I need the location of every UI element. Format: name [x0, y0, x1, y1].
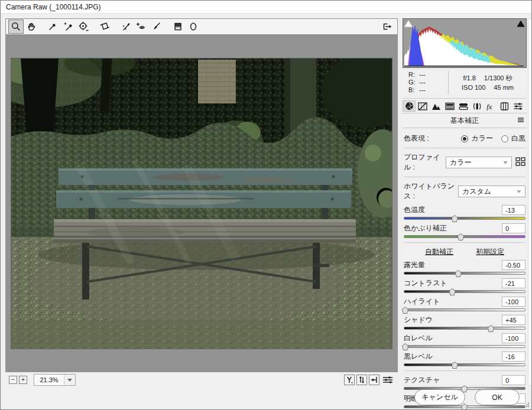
zoom-tool-icon — [11, 21, 21, 32]
zoom-level-value: 21.3% — [34, 375, 64, 385]
color-sampler-tool-icon — [63, 21, 74, 32]
profile-browser-button[interactable] — [515, 157, 525, 168]
copy-settings-button[interactable] — [369, 375, 379, 385]
hsl-tab-icon — [445, 102, 455, 110]
tab-tone-curve[interactable] — [416, 100, 429, 112]
slider-thumb[interactable] — [449, 288, 456, 295]
hand-tool-button[interactable] — [24, 19, 39, 34]
tab-split-toning[interactable] — [457, 100, 470, 112]
title-bar[interactable]: Camera Raw (_1000114.JPG) — [1, 1, 531, 14]
tab-effects[interactable]: fx — [484, 100, 497, 112]
open-preferences-icon — [381, 21, 393, 32]
slider-exposure: 露光量 -0.50 — [404, 260, 525, 275]
rgb-readout: R:--- G:--- B:--- — [403, 71, 449, 94]
exposure-value-field[interactable]: -0.50 — [502, 260, 525, 270]
targeted-adjustment-tool-button[interactable] — [76, 19, 91, 34]
highlights-value-field[interactable]: -100 — [502, 297, 525, 307]
radial-filter-tool-icon — [188, 21, 199, 32]
before-after-view-button[interactable] — [344, 375, 355, 385]
white-balance-label: ホワイトバランス : — [404, 181, 458, 201]
white-balance-select[interactable]: カスタム — [458, 186, 525, 197]
resize-grip[interactable] — [524, 402, 530, 408]
transform-tool-button[interactable] — [97, 19, 112, 34]
tint-slider-track[interactable] — [404, 235, 525, 238]
temperature-value-field[interactable]: -13 — [502, 205, 525, 215]
panel-menu-button[interactable] — [517, 116, 524, 125]
color-sampler-tool-button[interactable] — [60, 19, 76, 34]
swap-before-after-icon — [358, 376, 366, 384]
white-balance-tool-button[interactable] — [45, 19, 60, 34]
window-title: Camera Raw (_1000114.JPG) — [6, 3, 101, 11]
zoom-out-button[interactable]: − — [9, 376, 17, 384]
exposure-slider-track[interactable] — [404, 272, 525, 275]
profile-browser-grid-icon — [515, 157, 525, 166]
cancel-button[interactable]: キャンセル — [414, 389, 465, 405]
profile-label: プロファイル : — [404, 152, 446, 173]
slider-thumb[interactable] — [488, 325, 494, 332]
blacks-slider-track[interactable] — [404, 363, 525, 366]
tab-basic[interactable] — [403, 100, 416, 112]
shadows-slider-track[interactable] — [404, 327, 525, 330]
photo-preview[interactable] — [11, 58, 392, 349]
histogram[interactable] — [403, 18, 527, 68]
slider-thumb[interactable] — [458, 233, 464, 240]
tab-presets[interactable] — [511, 100, 524, 112]
tab-hsl[interactable] — [443, 100, 456, 112]
effects-tab-icon: fx — [486, 102, 496, 110]
whites-slider-track[interactable] — [404, 345, 525, 348]
graduated-filter-tool-button[interactable] — [170, 19, 186, 34]
hand-tool-icon — [26, 21, 37, 32]
profile-value: カラー — [450, 158, 472, 168]
texture-value-field[interactable]: 0 — [502, 375, 525, 385]
profile-select[interactable]: カラー — [446, 157, 512, 168]
whites-value-field[interactable]: -100 — [502, 333, 525, 343]
contrast-value-field[interactable]: -21 — [502, 278, 525, 288]
red-eye-tool-button[interactable] — [134, 19, 149, 34]
contrast-slider-track[interactable] — [404, 290, 525, 293]
slider-whites: 白レベル -100 — [404, 333, 525, 348]
radial-filter-tool-button[interactable] — [186, 19, 201, 34]
blacks-label: 黒レベル — [404, 352, 433, 362]
shadow-clipping-toggle[interactable] — [404, 19, 413, 28]
zoom-tool-button[interactable] — [8, 19, 24, 34]
zoom-in-button[interactable]: + — [19, 376, 27, 384]
blacks-value-field[interactable]: -16 — [502, 352, 525, 362]
aperture-value: f/1.8 — [463, 73, 475, 83]
graduated-filter-tool-icon — [173, 21, 183, 32]
treatment-color-radio[interactable]: カラー — [461, 134, 493, 144]
tab-detail[interactable] — [430, 100, 443, 112]
swap-before-after-button[interactable] — [356, 375, 367, 385]
adjustment-brush-tool-button[interactable] — [149, 19, 164, 34]
ok-button[interactable]: OK — [475, 389, 520, 405]
treatment-label: 色表現 : — [404, 134, 429, 144]
rgb-b-value: --- — [419, 86, 426, 94]
rgb-g-value: --- — [419, 79, 426, 86]
transform-tool-icon — [99, 21, 110, 32]
default-settings-link[interactable]: 初期設定 — [476, 247, 504, 257]
tint-value-field[interactable]: 0 — [502, 223, 525, 233]
open-preferences-button[interactable] — [379, 19, 395, 34]
image-canvas[interactable] — [5, 35, 398, 372]
zoom-level-select[interactable]: 21.3% — [34, 374, 76, 386]
tab-lens-corrections[interactable] — [471, 100, 484, 112]
temperature-slider-track[interactable] — [404, 217, 525, 220]
preview-preferences-button[interactable] — [381, 375, 394, 385]
panel-scrollbar[interactable] — [528, 18, 532, 386]
highlight-clipping-toggle[interactable] — [516, 19, 525, 28]
slider-thumb[interactable] — [452, 215, 458, 222]
adjustment-brush-tool-icon — [151, 21, 162, 32]
tab-calibration[interactable] — [498, 100, 511, 112]
spot-removal-tool-button[interactable] — [118, 19, 134, 34]
slider-thumb[interactable] — [455, 270, 462, 277]
slider-thumb[interactable] — [452, 362, 458, 369]
exif-readout: f/1.8 1/1300 秒 ISO 100 45 mm — [449, 71, 527, 94]
slider-contrast: コントラスト -21 — [404, 278, 525, 293]
treatment-bw-radio[interactable]: 白黒 — [501, 134, 525, 144]
shadows-value-field[interactable]: +45 — [502, 315, 525, 325]
auto-adjust-link[interactable]: 自動補正 — [425, 247, 453, 257]
chevron-down-icon[interactable] — [64, 375, 75, 385]
slider-thumb[interactable] — [402, 307, 408, 314]
highlights-slider-track[interactable] — [404, 308, 525, 311]
slider-thumb[interactable] — [402, 343, 408, 350]
red-eye-tool-icon — [135, 21, 147, 32]
